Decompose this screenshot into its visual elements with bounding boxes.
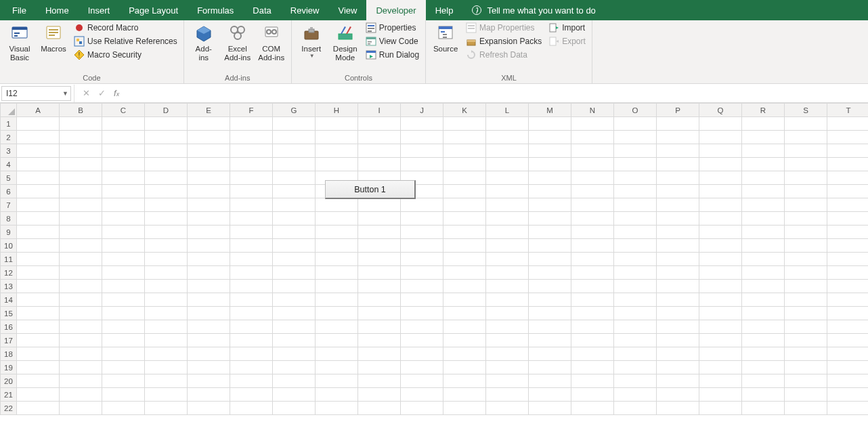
cell[interactable] [102,253,145,266]
cell[interactable] [529,225,571,239]
column-header[interactable]: A [17,104,60,117]
cell[interactable] [145,388,188,402]
cell[interactable] [699,131,742,144]
cell[interactable] [827,388,869,402]
cell[interactable] [443,225,486,239]
cell[interactable] [699,144,742,158]
cell[interactable] [273,144,316,158]
cell[interactable] [742,280,785,293]
cell[interactable] [60,131,102,144]
xml-import-button[interactable]: Import [546,22,588,34]
cell[interactable] [827,171,869,185]
cell[interactable] [145,117,188,131]
column-header[interactable]: L [486,104,529,117]
cell[interactable] [188,212,230,225]
cell[interactable] [827,280,869,293]
cell[interactable] [145,253,188,266]
cell[interactable] [60,361,102,374]
cell[interactable] [102,171,145,185]
cell[interactable] [614,280,657,293]
cell[interactable] [742,307,785,320]
addins-button[interactable]: Add- ins [188,22,219,63]
cell[interactable] [102,374,145,388]
cell[interactable] [443,280,486,293]
spreadsheet-grid[interactable]: ABCDEFGHIJKLMNOPQRST 1234567891011121314… [0,103,868,415]
column-header[interactable]: S [785,104,827,117]
cell[interactable] [571,280,614,293]
properties-button[interactable]: Properties [364,22,421,34]
cell[interactable] [742,266,785,280]
cell[interactable] [571,239,614,253]
cell[interactable] [657,239,699,253]
row-header[interactable]: 15 [1,307,17,320]
cell[interactable] [529,361,571,374]
cell[interactable] [17,225,60,239]
cell[interactable] [316,402,358,415]
tab-help[interactable]: Help [426,0,463,20]
cell[interactable] [571,307,614,320]
cell[interactable] [614,253,657,266]
cell[interactable] [699,293,742,307]
cell[interactable] [699,117,742,131]
row-header[interactable]: 9 [1,225,17,239]
cell[interactable] [316,212,358,225]
cell[interactable] [571,198,614,212]
cell[interactable] [358,280,401,293]
cell[interactable] [742,144,785,158]
row-header[interactable]: 22 [1,402,17,415]
cell[interactable] [102,239,145,253]
cell[interactable] [571,347,614,361]
cell[interactable] [358,158,401,171]
cell[interactable] [316,131,358,144]
column-header[interactable]: P [657,104,699,117]
cell[interactable] [145,334,188,347]
cell[interactable] [230,117,273,131]
cell[interactable] [571,253,614,266]
cell[interactable] [827,198,869,212]
cell[interactable] [358,361,401,374]
cell[interactable] [230,158,273,171]
cell[interactable] [486,117,529,131]
cell[interactable] [60,212,102,225]
cell[interactable] [17,320,60,334]
cell[interactable] [529,307,571,320]
cell[interactable] [145,185,188,198]
cell[interactable] [102,402,145,415]
cell[interactable] [188,334,230,347]
cell[interactable] [273,320,316,334]
cell[interactable] [358,144,401,158]
cell[interactable] [614,307,657,320]
cell[interactable] [188,280,230,293]
column-header[interactable]: T [827,104,869,117]
cell[interactable] [571,171,614,185]
cell[interactable] [486,144,529,158]
cell[interactable] [657,293,699,307]
cell[interactable] [486,253,529,266]
cell[interactable] [230,253,273,266]
cell[interactable] [486,198,529,212]
row-header[interactable]: 8 [1,212,17,225]
cell[interactable] [529,334,571,347]
column-header[interactable]: E [188,104,230,117]
cell[interactable] [230,185,273,198]
cell[interactable] [827,253,869,266]
cell[interactable] [529,374,571,388]
column-header[interactable]: Q [699,104,742,117]
cell[interactable] [102,388,145,402]
cell[interactable] [657,225,699,239]
cell[interactable] [742,158,785,171]
cell[interactable] [17,185,60,198]
form-control-button-1[interactable]: Button 1 [325,180,416,199]
cell[interactable] [785,239,827,253]
cell[interactable] [657,171,699,185]
cell[interactable] [742,253,785,266]
cell[interactable] [316,266,358,280]
cell[interactable] [742,225,785,239]
insert-function-button[interactable]: fx [114,88,119,98]
cell[interactable] [529,198,571,212]
cell[interactable] [827,212,869,225]
cell[interactable] [145,402,188,415]
cell[interactable] [699,334,742,347]
cell[interactable] [145,144,188,158]
cell[interactable] [188,239,230,253]
